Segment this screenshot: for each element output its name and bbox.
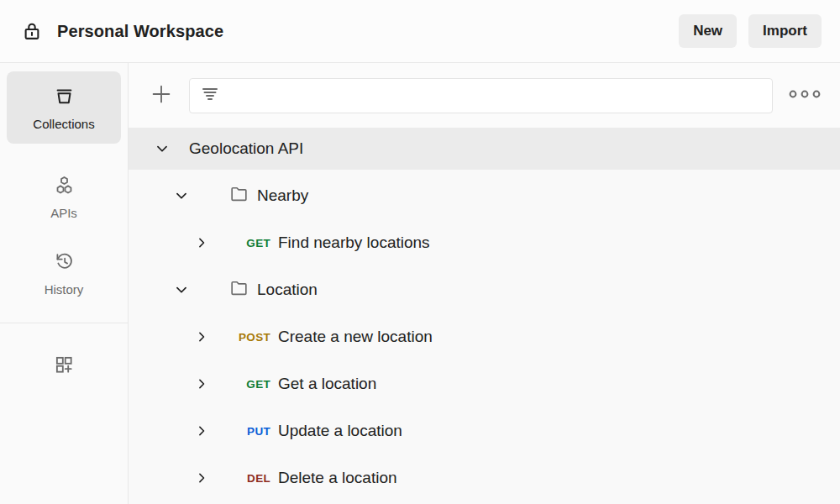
method-badge: POST (212, 331, 270, 344)
request-row[interactable]: PUT Update a location (129, 410, 840, 452)
chevron-down-icon[interactable] (171, 186, 192, 205)
request-row[interactable]: GET Get a location (129, 363, 840, 405)
request-row[interactable]: DEL Delete a location (129, 457, 840, 499)
collection-row[interactable]: Geolocation API (129, 128, 840, 170)
sidebar-item-label: Collections (33, 117, 94, 131)
chevron-right-icon[interactable] (192, 470, 212, 486)
collections-tray-icon (53, 85, 76, 108)
folder-name: Nearby (257, 186, 308, 205)
method-badge: DEL (212, 472, 270, 485)
chevron-right-icon[interactable] (192, 234, 212, 251)
request-row[interactable]: POST Create a new location (129, 316, 840, 358)
history-clock-icon (53, 250, 76, 273)
add-collection-button[interactable] (149, 81, 174, 109)
chevron-right-icon[interactable] (192, 328, 212, 345)
workspace-header: Personal Workspace New Import (0, 0, 840, 63)
lock-icon (20, 19, 44, 43)
filter-icon (200, 84, 220, 108)
sidebar-item-label: APIs (50, 206, 77, 220)
request-name: Create a new location (278, 328, 433, 346)
folder-icon (228, 183, 249, 208)
folder-icon (228, 277, 249, 302)
filter-input-wrapper (189, 78, 773, 113)
folder-name: Location (257, 281, 318, 299)
sidebar-item-history[interactable]: History (0, 240, 128, 307)
request-name: Get a location (278, 375, 376, 393)
sidebar-item-add-view[interactable] (0, 344, 128, 386)
import-button[interactable]: Import (748, 14, 822, 48)
plus-icon (149, 81, 174, 109)
method-badge: GET (212, 378, 270, 391)
filter-input[interactable] (228, 88, 762, 103)
chevron-right-icon[interactable] (192, 375, 212, 392)
new-button[interactable]: New (679, 14, 737, 48)
collections-panel: Geolocation API Nearby (129, 63, 840, 504)
request-name: Find nearby locations (278, 234, 430, 252)
hexagons-icon (53, 174, 76, 197)
workspace-title: Personal Workspace (57, 22, 223, 41)
sidebar-item-label: History (45, 282, 84, 297)
more-options-icon (788, 88, 822, 102)
collections-toolbar (129, 63, 840, 128)
sidebar: Collections APIs History (0, 63, 129, 504)
chevron-down-icon[interactable] (171, 281, 192, 299)
folder-row[interactable]: Nearby (129, 175, 840, 217)
folder-row[interactable]: Location (129, 269, 840, 311)
sidebar-item-apis[interactable]: APIs (0, 164, 128, 230)
method-badge: PUT (212, 425, 270, 438)
request-name: Delete a location (278, 469, 397, 487)
chevron-down-icon[interactable] (152, 139, 172, 158)
grid-plus-icon (53, 354, 75, 375)
request-name: Update a location (278, 422, 402, 440)
sidebar-divider (0, 323, 128, 323)
collection-name: Geolocation API (189, 139, 303, 158)
method-badge: GET (212, 237, 270, 249)
chevron-right-icon[interactable] (192, 423, 212, 439)
request-row[interactable]: GET Find nearby locations (129, 222, 840, 264)
more-options-button[interactable] (788, 88, 822, 102)
collections-tree: Geolocation API Nearby (129, 128, 840, 504)
sidebar-item-collections[interactable]: Collections (7, 71, 121, 144)
